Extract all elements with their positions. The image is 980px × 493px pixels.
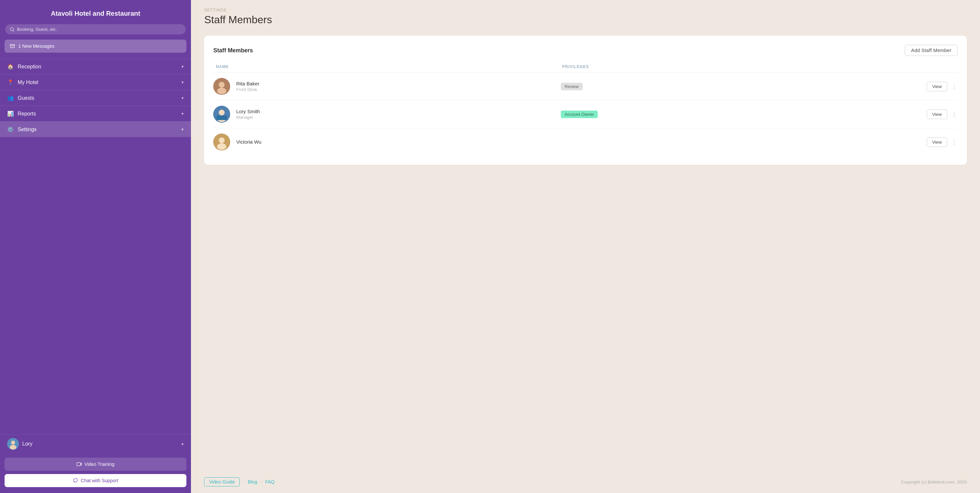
- settings-breadcrumb: SETTINGS: [204, 8, 967, 13]
- search-icon: [10, 27, 14, 32]
- sidebar-item-reports[interactable]: 📊 Reports ▾: [0, 106, 191, 121]
- chevron-down-icon: ▾: [181, 64, 184, 69]
- svg-point-16: [217, 143, 226, 150]
- message-icon: [10, 43, 15, 49]
- chevron-down-icon: ▾: [181, 80, 184, 85]
- hotel-icon: 📍: [7, 79, 14, 85]
- privilege-badge: Account Owner: [561, 110, 598, 118]
- staff-actions: View ⋮: [858, 82, 958, 91]
- svg-point-15: [219, 137, 224, 143]
- table-row: Rita Baker Front Desk Review View ⋮: [213, 73, 958, 101]
- chat-icon: [73, 478, 78, 483]
- svg-line-1: [13, 30, 14, 31]
- col-header-name: NAME: [213, 64, 562, 69]
- video-training-label: Video Training: [84, 462, 115, 467]
- copyright-text: Copyright (c) Bellebnb.com, 2020: [901, 480, 967, 485]
- staff-actions: View ⋮: [858, 137, 958, 147]
- sidebar-item-label: Guests: [18, 95, 34, 101]
- messages-button[interactable]: 1 New Messages: [5, 40, 186, 53]
- view-button[interactable]: View: [927, 82, 947, 91]
- sidebar-bottom: Video Training Chat with Support: [0, 453, 191, 493]
- sidebar-item-label: Settings: [18, 127, 37, 132]
- user-name: Lory: [22, 441, 32, 447]
- sidebar-item-label: Reports: [18, 111, 36, 117]
- staff-name: Victoria Wu: [236, 139, 261, 145]
- sidebar-item-reception[interactable]: 🏠 Reception ▾: [0, 59, 191, 74]
- avatar: [213, 78, 230, 95]
- staff-actions: View ⋮: [858, 110, 958, 119]
- sidebar-item-settings[interactable]: ⚙️ Settings ▾: [0, 121, 191, 137]
- privilege-badge: Review: [561, 83, 583, 90]
- staff-info-text: Rita Baker Front Desk: [236, 81, 259, 92]
- chevron-down-icon: ▾: [181, 127, 184, 132]
- user-row[interactable]: Lory ▾: [0, 434, 191, 453]
- avatar: [213, 106, 230, 123]
- guests-icon: 👥: [7, 95, 14, 101]
- staff-name: Rita Baker: [236, 81, 259, 86]
- svg-rect-13: [216, 115, 227, 120]
- sidebar-item-label: Reception: [18, 64, 41, 70]
- svg-point-9: [217, 88, 226, 94]
- svg-point-4: [10, 445, 16, 450]
- footer-links: Video Guide · Blog · FAQ: [204, 477, 274, 487]
- reception-icon: 🏠: [7, 64, 14, 70]
- search-bar[interactable]: Booking, Guest, etc.: [5, 24, 186, 34]
- more-options-button[interactable]: ⋮: [951, 82, 958, 91]
- more-options-button[interactable]: ⋮: [951, 137, 958, 147]
- view-button[interactable]: View: [927, 110, 947, 119]
- chevron-down-icon: ▾: [181, 111, 184, 116]
- avatar-image: [7, 438, 19, 450]
- add-staff-member-button[interactable]: Add Staff Member: [905, 45, 958, 56]
- chat-support-label: Chat with Support: [81, 478, 118, 483]
- blog-link[interactable]: Blog: [248, 479, 257, 485]
- sidebar-item-guests[interactable]: 👥 Guests ▾: [0, 90, 191, 106]
- sidebar-item-my-hotel[interactable]: 📍 My Hotel ▾: [0, 74, 191, 90]
- card-header: Staff Members Add Staff Member: [213, 45, 958, 56]
- staff-info: Victoria Wu: [213, 134, 560, 150]
- staff-members-card: Staff Members Add Staff Member NAME PRIV…: [204, 36, 967, 165]
- staff-info: Lory Smith Manager: [213, 106, 560, 123]
- faq-link[interactable]: FAQ: [265, 479, 275, 485]
- svg-rect-5: [77, 463, 80, 466]
- staff-info: Rita Baker Front Desk: [213, 78, 560, 95]
- staff-privilege: Review: [561, 83, 859, 90]
- main-nav: 🏠 Reception ▾ 📍 My Hotel ▾ 👥 Guests ▾ 📊 …: [0, 59, 191, 434]
- view-button[interactable]: View: [927, 137, 947, 147]
- video-guide-link[interactable]: Video Guide: [204, 477, 240, 487]
- page-footer: Video Guide · Blog · FAQ Copyright (c) B…: [191, 472, 980, 493]
- more-options-button[interactable]: ⋮: [951, 110, 958, 119]
- page-header: SETTINGS Staff Members: [191, 0, 980, 29]
- avatar: [7, 438, 19, 450]
- staff-role: Manager: [236, 115, 260, 120]
- table-row: Victoria Wu View ⋮: [213, 128, 958, 156]
- staff-privilege: Account Owner: [561, 110, 859, 118]
- staff-role: Front Desk: [236, 87, 259, 92]
- chevron-down-icon: ▾: [181, 442, 184, 447]
- avatar: [213, 134, 230, 150]
- reports-icon: 📊: [7, 110, 14, 117]
- card-title: Staff Members: [213, 47, 253, 54]
- hotel-name: Atavoli Hotel and Restaurant: [0, 0, 191, 24]
- sidebar: Atavoli Hotel and Restaurant Booking, Gu…: [0, 0, 191, 493]
- video-icon: [76, 462, 82, 467]
- settings-icon: ⚙️: [7, 126, 14, 132]
- staff-info-text: Victoria Wu: [236, 139, 261, 145]
- table-header: NAME PRIVILEGES: [213, 62, 958, 73]
- content-area: Staff Members Add Staff Member NAME PRIV…: [191, 29, 980, 472]
- col-header-privileges: PRIVILEGES: [562, 64, 859, 69]
- svg-point-11: [219, 110, 224, 115]
- chevron-down-icon: ▾: [181, 96, 184, 101]
- sidebar-item-label: My Hotel: [18, 80, 38, 85]
- main-content-area: SETTINGS Staff Members Staff Members Add…: [191, 0, 980, 493]
- staff-info-text: Lory Smith Manager: [236, 108, 260, 120]
- page-title: Staff Members: [204, 14, 967, 26]
- table-row: Lory Smith Manager Account Owner View ⋮: [213, 101, 958, 128]
- svg-point-3: [11, 441, 15, 445]
- video-training-button[interactable]: Video Training: [5, 458, 186, 471]
- messages-label: 1 New Messages: [18, 43, 54, 49]
- chat-support-button[interactable]: Chat with Support: [5, 474, 186, 487]
- svg-point-8: [219, 82, 224, 88]
- search-placeholder: Booking, Guest, etc.: [17, 27, 57, 32]
- staff-name: Lory Smith: [236, 108, 260, 114]
